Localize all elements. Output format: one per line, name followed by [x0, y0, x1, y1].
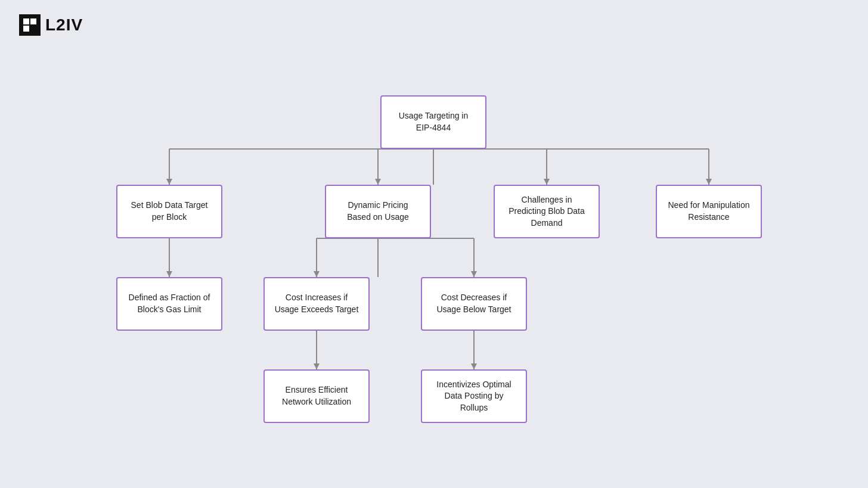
svg-rect-2 [23, 26, 29, 32]
node-incentivizes: Incentivizes Optimal Data Posting by Rol… [421, 369, 527, 423]
svg-rect-0 [23, 18, 29, 24]
node-set-blob: Set Blob Data Target per Block [116, 185, 222, 238]
logo-text: L2IV [45, 15, 83, 35]
svg-marker-14 [706, 179, 712, 185]
node-need: Need for Manipulation Resistance [656, 185, 762, 238]
node-challenges: Challenges in Predicting Blob Data Deman… [494, 185, 600, 238]
svg-marker-5 [166, 179, 172, 185]
logo: L2IV [19, 14, 83, 36]
svg-marker-28 [471, 363, 477, 369]
svg-marker-11 [544, 179, 550, 185]
svg-marker-8 [375, 179, 381, 185]
svg-rect-1 [30, 18, 36, 24]
svg-marker-20 [314, 271, 320, 277]
svg-marker-17 [166, 271, 172, 277]
node-dynamic: Dynamic Pricing Based on Usage [325, 185, 431, 238]
svg-marker-23 [471, 271, 477, 277]
logo-icon [19, 14, 41, 36]
node-cost-dec: Cost Decreases if Usage Below Target [421, 277, 527, 331]
diagram: Usage Targeting in EIP-4844 Set Blob Dat… [0, 60, 868, 488]
node-root: Usage Targeting in EIP-4844 [380, 95, 486, 149]
svg-marker-26 [314, 363, 320, 369]
node-defined: Defined as Fraction of Block's Gas Limit [116, 277, 222, 331]
node-cost-inc: Cost Increases if Usage Exceeds Target [264, 277, 370, 331]
node-ensures: Ensures Efficient Network Utilization [264, 369, 370, 423]
